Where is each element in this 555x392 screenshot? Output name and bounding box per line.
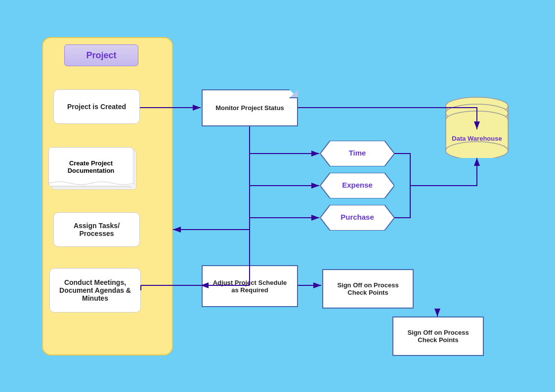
purchase-hex-wrapper: Purchase <box>320 205 394 233</box>
time-hex-wrapper: Time <box>320 141 375 166</box>
create-doc-box: Create ProjectDocumentation <box>48 147 133 187</box>
project-created-box: Project is Created <box>53 89 140 124</box>
time-hexagon: Time <box>320 141 375 166</box>
svg-text:Expense: Expense <box>342 181 373 189</box>
conduct-meetings-box: Conduct Meetings,Document Agendas &Minut… <box>49 268 141 313</box>
sign-off-1-box: Sign Off on ProcessCheck Points <box>322 269 414 309</box>
assign-tasks-label: Assign Tasks/Processes <box>74 222 120 237</box>
create-doc-container: Create ProjectDocumentation <box>48 147 140 194</box>
monitor-project-label: Monitor Project Status <box>215 104 284 112</box>
sign-off-1-label: Sign Off on ProcessCheck Points <box>337 281 398 296</box>
svg-text:Data Warehouse: Data Warehouse <box>452 135 502 142</box>
svg-point-12 <box>446 142 508 158</box>
expense-hex-wrapper: Expense <box>320 173 394 200</box>
swimlane-title-box: Project <box>64 44 138 66</box>
cylinder-svg: Data Warehouse <box>445 91 509 158</box>
swimlane-title-label: Project <box>86 50 116 61</box>
adjust-schedule-label: Adjust Project Scheduleas Required <box>213 279 287 294</box>
data-warehouse-cylinder: Data Warehouse <box>445 91 509 158</box>
monitor-project-box: Monitor Project Status <box>202 89 298 126</box>
adjust-schedule-box: Adjust Project Scheduleas Required <box>202 265 298 307</box>
sign-off-2-label: Sign Off on ProcessCheck Points <box>407 329 469 344</box>
assign-tasks-box: Assign Tasks/Processes <box>53 212 140 247</box>
purchase-hexagon: Purchase <box>320 205 394 231</box>
project-created-label: Project is Created <box>67 103 126 111</box>
monitor-project-wrapper: Monitor Project Status <box>202 89 298 126</box>
svg-text:Purchase: Purchase <box>341 213 374 221</box>
hex-right-box <box>394 154 410 218</box>
arrow-hex-to-db <box>410 158 477 186</box>
sign-off-2-box: Sign Off on ProcessCheck Points <box>392 316 484 356</box>
svg-text:Time: Time <box>349 149 366 157</box>
expense-hexagon: Expense <box>320 173 394 198</box>
conduct-meetings-label: Conduct Meetings,Document Agendas &Minut… <box>59 278 131 302</box>
create-doc-label: Create ProjectDocumentation <box>68 159 115 174</box>
